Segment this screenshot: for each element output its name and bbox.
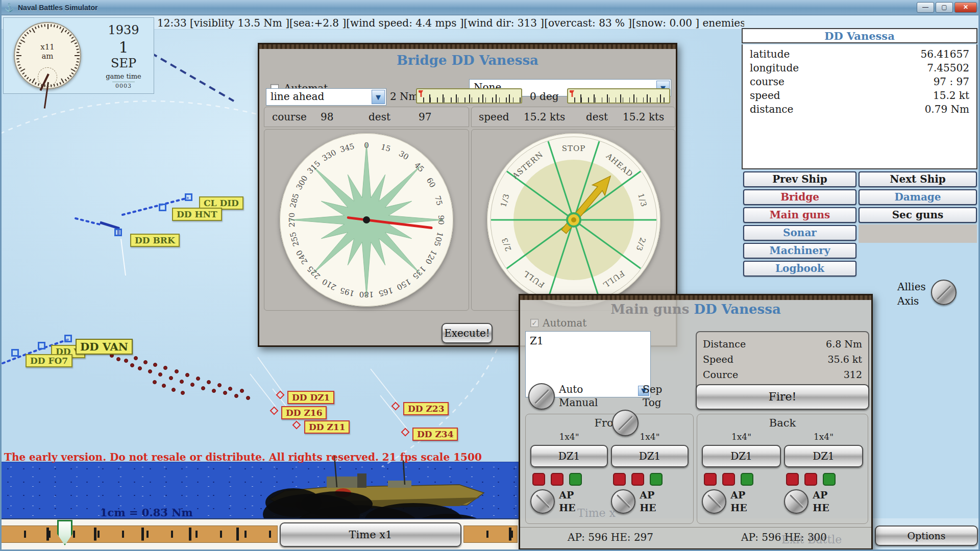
guns-automat-checkbox[interactable]: ✓ [530,319,538,327]
divider [520,527,871,528]
he-label: HE [559,502,575,514]
shell-splash-dot [180,380,184,384]
ship-label[interactable]: DD VAN [76,339,133,355]
clock-tick [16,55,21,56]
front-section-title: Front [526,417,693,429]
close-button[interactable]: ✕ [954,2,977,13]
allied-ship-marker[interactable] [114,229,122,236]
fire-button[interactable]: Fire! [696,384,869,410]
ship-label[interactable]: DD DZ1 [287,391,334,404]
sec-guns-button[interactable]: Sec guns [859,207,977,223]
engine-telegraph-dial[interactable]: STOPAHEAD1/32/3FULLASTERN1/32/3FULL [487,133,660,307]
logbook-button[interactable]: Logbook [743,261,856,277]
gun-target-value: Z1 [530,335,544,347]
gun-turret-button[interactable]: DZ1 [530,445,608,467]
maximize-button[interactable]: ▢ [936,2,953,13]
window-titlebar[interactable]: ⚓ Naval Battles Simulator — ▢ ✕ [0,0,980,15]
clock-tick [67,32,69,34]
damage-button[interactable]: Damage [859,189,977,205]
map-scale-note: 1cm = 0.83 Nm [100,506,193,519]
game-month: SEP [98,56,149,70]
ship-label[interactable]: DD BRK [130,234,180,247]
gun-size-label: 1x4" [784,432,863,442]
allied-ship-marker[interactable] [159,204,166,211]
shell-splash-dot [234,394,238,398]
auto-manual-knob[interactable] [528,383,555,410]
clock-tick [71,37,74,39]
ship-data-value: 15.2 kt [933,89,969,103]
allied-ship-marker[interactable] [64,335,72,342]
main-guns-button[interactable]: Main guns [743,207,856,223]
gun-turret-button[interactable]: DZ1 [702,445,781,467]
course-dest-label: dest [369,111,390,123]
gun-column: 1x4"DZ1APHE [702,432,781,514]
gun-turret-button[interactable]: DZ1 [784,445,863,467]
shell-splash-dot [175,369,179,373]
ship-label[interactable]: DD Z11 [304,420,350,434]
clock-tick [18,64,20,66]
options-button[interactable]: Options [875,525,978,546]
compass-graphic [280,133,453,307]
clock-tick [32,79,35,84]
sonar-button[interactable]: Sonar [743,225,856,241]
formation-select[interactable]: line ahead ▼ [266,88,386,106]
compass-dial[interactable]: 0153045607590105120135150165180195210225… [280,133,453,307]
gun-turret-button[interactable]: DZ1 [611,445,689,467]
ammo-light [613,473,626,486]
ship-label[interactable]: DD FO7 [26,354,72,367]
ammo-light [650,473,663,486]
execute-button[interactable]: Execute! [442,323,493,343]
allied-ship-marker[interactable] [185,193,192,201]
allied-ship-marker[interactable] [38,342,45,349]
gun-size-label: 1x4" [530,432,608,442]
shell-splash-dot [201,386,205,390]
bridge-button[interactable]: Bridge [743,189,856,205]
target-stat-label: Cource [703,367,738,382]
ammo-light [631,473,644,486]
ship-data-row: course97 : 97 [750,75,969,89]
shell-splash-dot [148,369,152,373]
ammo-status-row [613,473,689,486]
ship-data-row: distance0.79 Nm [750,103,969,116]
clock-tick [57,83,58,86]
shell-labels: APHE [559,489,575,514]
machinery-button[interactable]: Machinery [743,243,856,259]
shell-labels: APHE [813,489,829,514]
angle-label: 0 deg [530,90,559,103]
auto-label: Auto [559,383,583,395]
ship-label[interactable]: DD Z16 [281,406,327,419]
sep-tog-knob[interactable] [612,410,639,436]
ship-panel-title: DD Vanessa [742,28,977,43]
clock-tick [24,74,27,77]
weather-status-text: 12:33 [visiblity 13.5 Nm ][sea:+2.8 ][wi… [157,17,744,29]
clock-tick [19,67,21,69]
ship-data-label: distance [750,103,793,116]
clock-tick [54,24,55,27]
clock-tick [38,26,39,28]
ship-data-value: 7.45502 [927,61,969,75]
target-stat-value: 35.6 kt [828,352,863,367]
minimize-button[interactable]: — [917,2,934,13]
sea-side-view [0,462,519,519]
clock-tick [44,24,46,27]
shell-select-knob[interactable] [784,489,808,514]
app-icon: ⚓ [4,3,14,13]
allied-ship-marker[interactable] [11,349,19,357]
time-speed-button[interactable]: Time x1 [280,522,461,547]
ship-label[interactable]: DD Z23 [403,402,449,415]
he-label: HE [640,502,656,514]
angle-slider[interactable] [567,88,670,104]
ship-label[interactable]: DD Z34 [412,428,458,441]
clock-meridiem: am [15,52,80,61]
chevron-down-icon[interactable]: ▼ [372,90,385,104]
allies-axis-toggle-knob[interactable] [931,280,957,305]
clock-tick [47,24,48,29]
shell-select-knob[interactable] [702,489,726,514]
ship-label[interactable]: DD HNT [172,208,222,221]
shell-select-knob[interactable] [530,489,555,514]
ammo-light [704,473,717,486]
next-ship-button[interactable]: Next Ship [859,171,977,187]
spacing-slider[interactable] [416,88,522,104]
clock-tick [69,34,72,37]
prev-ship-button[interactable]: Prev Ship [743,171,856,187]
